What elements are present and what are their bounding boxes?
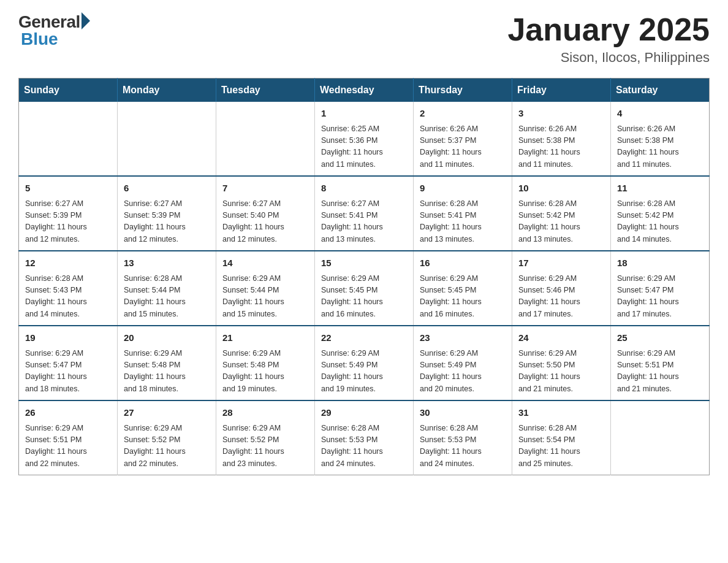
calendar-cell: 31Sunrise: 6:28 AM Sunset: 5:54 PM Dayli… bbox=[512, 400, 611, 475]
week-row-3: 12Sunrise: 6:28 AM Sunset: 5:43 PM Dayli… bbox=[19, 251, 710, 326]
week-row-4: 19Sunrise: 6:29 AM Sunset: 5:47 PM Dayli… bbox=[19, 326, 710, 400]
calendar-cell: 16Sunrise: 6:29 AM Sunset: 5:45 PM Dayli… bbox=[414, 251, 512, 326]
day-number: 19 bbox=[25, 331, 111, 345]
day-number: 1 bbox=[321, 107, 407, 121]
calendar-cell: 29Sunrise: 6:28 AM Sunset: 5:53 PM Dayli… bbox=[315, 400, 414, 475]
calendar-cell: 13Sunrise: 6:28 AM Sunset: 5:44 PM Dayli… bbox=[118, 251, 216, 326]
day-info: Sunrise: 6:29 AM Sunset: 5:52 PM Dayligh… bbox=[222, 423, 308, 470]
day-info: Sunrise: 6:25 AM Sunset: 5:36 PM Dayligh… bbox=[321, 123, 407, 171]
day-number: 7 bbox=[222, 182, 308, 196]
day-number: 4 bbox=[617, 107, 703, 121]
day-info: Sunrise: 6:29 AM Sunset: 5:51 PM Dayligh… bbox=[25, 423, 111, 470]
calendar-cell: 28Sunrise: 6:29 AM Sunset: 5:52 PM Dayli… bbox=[216, 400, 315, 475]
day-number: 17 bbox=[518, 256, 604, 270]
week-row-1: 1Sunrise: 6:25 AM Sunset: 5:36 PM Daylig… bbox=[19, 102, 710, 176]
calendar-cell: 3Sunrise: 6:26 AM Sunset: 5:38 PM Daylig… bbox=[512, 102, 611, 176]
calendar-cell: 25Sunrise: 6:29 AM Sunset: 5:51 PM Dayli… bbox=[611, 326, 710, 400]
day-info: Sunrise: 6:27 AM Sunset: 5:39 PM Dayligh… bbox=[25, 198, 111, 246]
calendar-cell: 21Sunrise: 6:29 AM Sunset: 5:48 PM Dayli… bbox=[216, 326, 315, 400]
calendar-cell: 5Sunrise: 6:27 AM Sunset: 5:39 PM Daylig… bbox=[19, 176, 118, 251]
day-info: Sunrise: 6:28 AM Sunset: 5:54 PM Dayligh… bbox=[518, 423, 604, 470]
calendar-cell bbox=[611, 400, 710, 475]
day-info: Sunrise: 6:27 AM Sunset: 5:41 PM Dayligh… bbox=[321, 198, 407, 246]
day-number: 29 bbox=[321, 406, 407, 420]
title-section: January 2025 Sison, Ilocos, Philippines bbox=[507, 12, 710, 66]
calendar-cell: 26Sunrise: 6:29 AM Sunset: 5:51 PM Dayli… bbox=[19, 400, 118, 475]
day-number: 14 bbox=[222, 256, 308, 270]
calendar-cell bbox=[19, 102, 118, 176]
day-info: Sunrise: 6:29 AM Sunset: 5:45 PM Dayligh… bbox=[321, 273, 407, 321]
day-info: Sunrise: 6:28 AM Sunset: 5:42 PM Dayligh… bbox=[617, 198, 703, 246]
day-number: 23 bbox=[420, 331, 506, 345]
day-number: 8 bbox=[321, 182, 407, 196]
day-info: Sunrise: 6:29 AM Sunset: 5:50 PM Dayligh… bbox=[518, 348, 604, 396]
calendar-cell bbox=[216, 102, 315, 176]
logo: General Blue bbox=[18, 12, 90, 49]
day-info: Sunrise: 6:29 AM Sunset: 5:44 PM Dayligh… bbox=[222, 273, 308, 321]
day-number: 20 bbox=[124, 331, 210, 345]
day-number: 9 bbox=[420, 182, 506, 196]
day-info: Sunrise: 6:28 AM Sunset: 5:53 PM Dayligh… bbox=[321, 423, 407, 470]
calendar-cell: 19Sunrise: 6:29 AM Sunset: 5:47 PM Dayli… bbox=[19, 326, 118, 400]
day-info: Sunrise: 6:27 AM Sunset: 5:39 PM Dayligh… bbox=[124, 198, 210, 246]
day-number: 5 bbox=[25, 182, 111, 196]
day-info: Sunrise: 6:29 AM Sunset: 5:51 PM Dayligh… bbox=[617, 348, 703, 396]
calendar-cell: 17Sunrise: 6:29 AM Sunset: 5:46 PM Dayli… bbox=[512, 251, 611, 326]
weekday-header-sunday: Sunday bbox=[19, 79, 118, 102]
day-info: Sunrise: 6:26 AM Sunset: 5:37 PM Dayligh… bbox=[420, 123, 506, 171]
calendar-cell: 10Sunrise: 6:28 AM Sunset: 5:42 PM Dayli… bbox=[512, 176, 611, 251]
calendar-cell: 24Sunrise: 6:29 AM Sunset: 5:50 PM Dayli… bbox=[512, 326, 611, 400]
calendar-cell: 1Sunrise: 6:25 AM Sunset: 5:36 PM Daylig… bbox=[315, 102, 414, 176]
calendar-cell: 15Sunrise: 6:29 AM Sunset: 5:45 PM Dayli… bbox=[315, 251, 414, 326]
day-number: 6 bbox=[124, 182, 210, 196]
day-number: 26 bbox=[25, 406, 111, 420]
calendar-cell: 20Sunrise: 6:29 AM Sunset: 5:48 PM Dayli… bbox=[118, 326, 216, 400]
day-number: 15 bbox=[321, 256, 407, 270]
calendar-cell: 6Sunrise: 6:27 AM Sunset: 5:39 PM Daylig… bbox=[118, 176, 216, 251]
day-number: 22 bbox=[321, 331, 407, 345]
day-number: 31 bbox=[518, 406, 604, 420]
day-number: 24 bbox=[518, 331, 604, 345]
calendar-cell: 12Sunrise: 6:28 AM Sunset: 5:43 PM Dayli… bbox=[19, 251, 118, 326]
day-number: 21 bbox=[222, 331, 308, 345]
weekday-header-saturday: Saturday bbox=[611, 79, 710, 102]
calendar-cell: 8Sunrise: 6:27 AM Sunset: 5:41 PM Daylig… bbox=[315, 176, 414, 251]
weekday-header-friday: Friday bbox=[512, 79, 611, 102]
day-number: 18 bbox=[617, 256, 703, 270]
day-info: Sunrise: 6:26 AM Sunset: 5:38 PM Dayligh… bbox=[518, 123, 604, 171]
month-title: January 2025 bbox=[507, 12, 710, 47]
day-number: 27 bbox=[124, 406, 210, 420]
weekday-header-row: SundayMondayTuesdayWednesdayThursdayFrid… bbox=[19, 79, 710, 102]
weekday-header-tuesday: Tuesday bbox=[216, 79, 315, 102]
day-info: Sunrise: 6:29 AM Sunset: 5:48 PM Dayligh… bbox=[222, 348, 308, 396]
calendar-cell bbox=[118, 102, 216, 176]
day-number: 11 bbox=[617, 182, 703, 196]
day-info: Sunrise: 6:29 AM Sunset: 5:52 PM Dayligh… bbox=[124, 423, 210, 470]
day-number: 30 bbox=[420, 406, 506, 420]
calendar-cell: 23Sunrise: 6:29 AM Sunset: 5:49 PM Dayli… bbox=[414, 326, 512, 400]
weekday-header-monday: Monday bbox=[118, 79, 216, 102]
logo-triangle-icon bbox=[82, 12, 90, 29]
day-info: Sunrise: 6:27 AM Sunset: 5:40 PM Dayligh… bbox=[222, 198, 308, 246]
calendar-cell: 9Sunrise: 6:28 AM Sunset: 5:41 PM Daylig… bbox=[414, 176, 512, 251]
calendar-table: SundayMondayTuesdayWednesdayThursdayFrid… bbox=[18, 78, 710, 475]
day-number: 12 bbox=[25, 256, 111, 270]
day-info: Sunrise: 6:29 AM Sunset: 5:49 PM Dayligh… bbox=[420, 348, 506, 396]
location-label: Sison, Ilocos, Philippines bbox=[507, 50, 710, 66]
day-info: Sunrise: 6:29 AM Sunset: 5:46 PM Dayligh… bbox=[518, 273, 604, 321]
day-info: Sunrise: 6:29 AM Sunset: 5:48 PM Dayligh… bbox=[124, 348, 210, 396]
day-number: 16 bbox=[420, 256, 506, 270]
calendar-cell: 4Sunrise: 6:26 AM Sunset: 5:38 PM Daylig… bbox=[611, 102, 710, 176]
day-number: 13 bbox=[124, 256, 210, 270]
calendar-cell: 14Sunrise: 6:29 AM Sunset: 5:44 PM Dayli… bbox=[216, 251, 315, 326]
calendar-cell: 2Sunrise: 6:26 AM Sunset: 5:37 PM Daylig… bbox=[414, 102, 512, 176]
day-number: 10 bbox=[518, 182, 604, 196]
weekday-header-thursday: Thursday bbox=[414, 79, 512, 102]
day-info: Sunrise: 6:29 AM Sunset: 5:47 PM Dayligh… bbox=[617, 273, 703, 321]
calendar-cell: 18Sunrise: 6:29 AM Sunset: 5:47 PM Dayli… bbox=[611, 251, 710, 326]
day-number: 2 bbox=[420, 107, 506, 121]
day-number: 3 bbox=[518, 107, 604, 121]
day-info: Sunrise: 6:29 AM Sunset: 5:47 PM Dayligh… bbox=[25, 348, 111, 396]
day-number: 28 bbox=[222, 406, 308, 420]
week-row-5: 26Sunrise: 6:29 AM Sunset: 5:51 PM Dayli… bbox=[19, 400, 710, 475]
